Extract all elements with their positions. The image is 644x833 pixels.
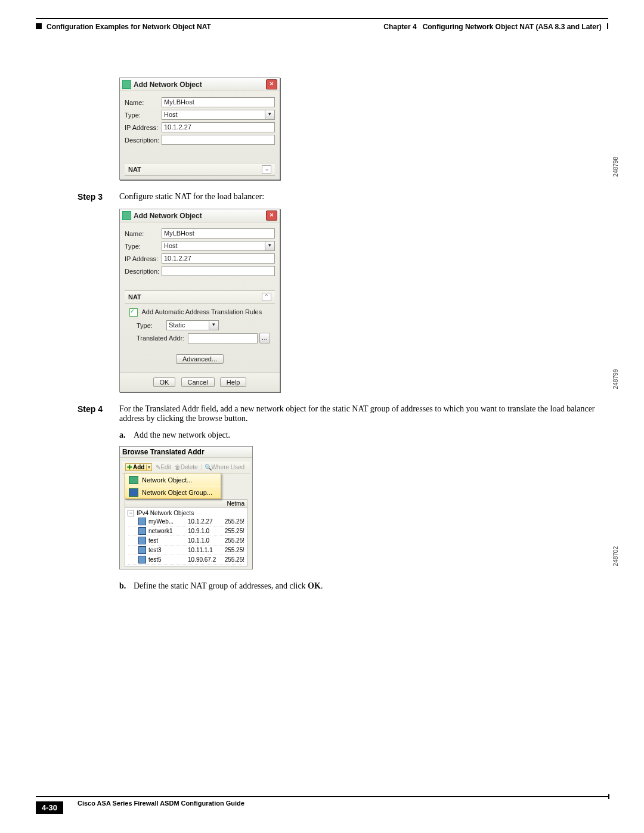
dialog-add-network-object-1: Add Network Object × Name: MyLBHost Type… xyxy=(119,78,608,180)
tree-row[interactable]: network110.9.1.0255.25! xyxy=(128,527,244,536)
type-label: Type: xyxy=(125,112,162,119)
sub-a-text: Add the new network object. xyxy=(134,431,230,440)
dialog-browse-translated-addr: Browse Translated Addr ✚ Add ▾ ✎ Edit 🗑 … xyxy=(119,446,608,569)
menu-network-object[interactable]: Network Object... xyxy=(125,473,221,486)
nat-type-label: Type: xyxy=(137,322,166,329)
nat-section-label: NAT xyxy=(128,166,262,173)
tree-row[interactable]: test310.11.1.1255.25! xyxy=(128,546,244,555)
name-input[interactable]: MyLBHost xyxy=(162,97,275,107)
app-icon xyxy=(122,211,131,220)
step4-label: Step 4 xyxy=(78,404,119,423)
cancel-button[interactable]: Cancel xyxy=(181,377,215,387)
name-label: Name: xyxy=(125,230,162,237)
ip-label: IP Address: xyxy=(125,255,162,262)
close-icon[interactable]: × xyxy=(266,210,277,221)
name-input[interactable]: MyLBHost xyxy=(162,228,275,239)
type-select[interactable]: Host ▾ xyxy=(162,110,275,120)
browse-title: Browse Translated Addr xyxy=(122,448,205,456)
step3-text: Configure static NAT for the load balanc… xyxy=(119,192,264,202)
where-used-button[interactable]: 🔍 Where Used xyxy=(202,464,245,470)
add-auto-checkbox[interactable] xyxy=(129,308,138,317)
dialog1-titlebar: Add Network Object × xyxy=(120,78,280,91)
add-button[interactable]: ✚ Add ▾ xyxy=(125,463,152,471)
chevron-down-icon[interactable]: ▾ xyxy=(265,110,275,120)
header-right: Chapter 4 Configuring Network Object NAT… xyxy=(383,23,608,31)
footer-guide-title: Cisco ASA Series Firewall ASDM Configura… xyxy=(78,800,244,807)
step3-label: Step 3 xyxy=(78,192,119,202)
nat-section-label: NAT xyxy=(128,293,262,301)
desc-input[interactable] xyxy=(162,135,275,145)
app-icon xyxy=(122,80,131,89)
step4-text: For the Translated Addr field, add a new… xyxy=(119,404,608,423)
desc-label: Description: xyxy=(125,137,162,144)
chevron-down-icon[interactable]: ▾ xyxy=(146,465,150,470)
add-auto-label: Add Automatic Address Translation Rules xyxy=(141,308,262,315)
ip-label: IP Address: xyxy=(125,124,162,131)
column-netmask: Netma xyxy=(125,500,247,508)
type-label: Type: xyxy=(125,243,162,250)
tree-row[interactable]: myWeb...10.1.2.27255.25! xyxy=(128,517,244,527)
tree-root[interactable]: − IPv4 Network Objects xyxy=(128,509,244,517)
figure-id-1: 248798 xyxy=(612,157,619,176)
dialog2-titlebar: Add Network Object × xyxy=(120,209,280,222)
sub-a-label: a. xyxy=(119,431,134,440)
network-object-group-icon xyxy=(129,488,138,497)
host-icon xyxy=(138,527,146,535)
plus-icon: ✚ xyxy=(127,464,132,470)
collapse-icon[interactable]: ⌃ xyxy=(262,293,271,301)
advanced-button[interactable]: Advanced... xyxy=(176,354,224,364)
sub-b-label: b. xyxy=(119,581,134,591)
name-label: Name: xyxy=(125,99,162,106)
figure-id-2: 248799 xyxy=(612,369,619,389)
desc-input[interactable] xyxy=(162,266,275,276)
host-icon xyxy=(138,556,146,563)
nat-type-select[interactable]: Static ▾ xyxy=(166,320,219,330)
host-icon xyxy=(138,518,146,525)
dialog-add-network-object-2: Add Network Object × Name: MyLBHost Type… xyxy=(119,209,608,392)
type-select[interactable]: Host ▾ xyxy=(162,241,275,251)
ip-input[interactable]: 10.1.2.27 xyxy=(162,122,275,132)
close-icon[interactable]: × xyxy=(266,79,277,89)
dialog1-title: Add Network Object xyxy=(134,80,202,89)
delete-button[interactable]: 🗑 Delete xyxy=(175,464,198,470)
translated-addr-label: Translated Addr: xyxy=(137,335,188,342)
figure-id-3: 248702 xyxy=(612,546,619,566)
host-icon xyxy=(138,537,146,544)
desc-label: Description: xyxy=(125,268,162,275)
edit-button[interactable]: ✎ Edit xyxy=(156,464,171,470)
sub-b-text: Define the static NAT group of addresses… xyxy=(134,581,323,591)
expand-icon[interactable]: ⌵ xyxy=(262,165,271,174)
add-menu: Network Object... Network Object Group..… xyxy=(125,473,221,499)
header-left: Configuration Examples for Network Objec… xyxy=(36,23,211,31)
translated-addr-input[interactable] xyxy=(188,333,258,343)
ok-button[interactable]: OK xyxy=(153,377,176,387)
tree-row[interactable]: test510.90.67.2255.25! xyxy=(128,555,244,565)
tree-row[interactable]: test10.1.1.0255.25! xyxy=(128,536,244,546)
chevron-down-icon[interactable]: ▾ xyxy=(209,320,219,330)
network-object-icon xyxy=(129,476,138,484)
ip-input[interactable]: 10.1.2.27 xyxy=(162,253,275,264)
chevron-down-icon[interactable]: ▾ xyxy=(265,241,275,251)
host-icon xyxy=(138,546,146,554)
dialog2-title: Add Network Object xyxy=(134,212,202,220)
menu-network-object-group[interactable]: Network Object Group... xyxy=(125,486,221,498)
browse-button[interactable]: … xyxy=(259,333,270,343)
page-number: 4-30 xyxy=(36,801,63,814)
help-button[interactable]: Help xyxy=(220,377,247,387)
